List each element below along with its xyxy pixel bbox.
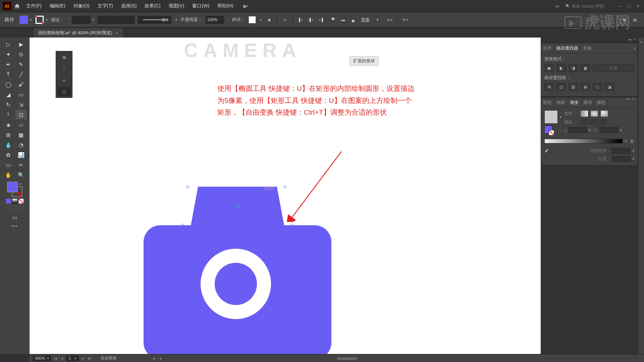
search-box[interactable]: 🔍 (566, 4, 612, 9)
tab-artboards[interactable]: 画板 (556, 100, 565, 106)
color-mode-solid[interactable] (6, 198, 11, 204)
search-input[interactable] (572, 4, 612, 9)
prev-artboard-icon[interactable]: ◂ (60, 356, 64, 361)
home-icon[interactable] (13, 2, 21, 10)
stroke-across-icon[interactable] (599, 119, 606, 125)
transform-label[interactable]: 变换 (361, 17, 370, 23)
mesh-tool[interactable]: ⊞ (3, 130, 14, 139)
grad-opacity-input[interactable] (612, 148, 631, 154)
arrange-docs-icon[interactable]: ▦ ▾ (241, 2, 250, 10)
angle-input[interactable] (568, 127, 587, 133)
fill-color[interactable] (7, 182, 18, 192)
strip-icon-1[interactable]: ▸ (638, 38, 644, 46)
panel-toggle-1-icon[interactable]: ⊞ (620, 15, 629, 24)
rotate-tool[interactable]: ↻ (3, 100, 14, 109)
minus-front-icon[interactable]: ◧ (556, 64, 566, 72)
tab-align[interactable]: 对齐 (543, 45, 552, 51)
grad-position-input[interactable] (612, 156, 631, 162)
swap-colors-icon[interactable]: ⤺ (19, 182, 22, 186)
free-transform-palette[interactable]: ⊠ ⬚ ▱ ⬛ (56, 51, 72, 98)
workspace-icon[interactable]: ▭ (553, 2, 561, 10)
close-icon[interactable]: ✕ (635, 3, 641, 9)
eyedropper-tool[interactable]: 💧 (3, 140, 14, 149)
arrange-1-icon[interactable]: ▭▾ (385, 15, 394, 24)
handle-tl[interactable] (186, 186, 189, 188)
graph-tool[interactable]: 📊 (15, 150, 27, 160)
gradient-radial-icon[interactable] (590, 110, 598, 117)
close-grad-icon[interactable]: ✕ (632, 97, 634, 102)
stroke-in-icon[interactable] (580, 119, 588, 125)
ellipse-tool[interactable]: ◯ (3, 80, 14, 89)
gradient-preview[interactable] (544, 110, 558, 124)
scale-tool[interactable]: ⇲ (15, 100, 27, 109)
expand-shape-button[interactable]: 扩展的形状 (350, 56, 379, 66)
menu-effect[interactable]: 效果(C) (141, 2, 164, 10)
align-hcenter-icon[interactable]: ▪▌▪ (307, 15, 315, 24)
arrange-2-icon[interactable]: ✎▾ (401, 15, 410, 24)
expand-button[interactable]: 扩展 (593, 64, 634, 72)
ft-distort-icon[interactable]: ⬛ (57, 87, 71, 96)
align-bottom-icon[interactable]: ▄ (349, 15, 358, 24)
opacity-input[interactable] (206, 16, 224, 24)
divide-icon[interactable]: ⊞ (544, 83, 554, 91)
exclude-icon[interactable]: ▦ (581, 64, 590, 72)
draw-inside[interactable] (19, 205, 24, 210)
intersect-icon[interactable]: ◨ (569, 64, 578, 72)
zoom-dropdown[interactable]: 400% ▾ (33, 355, 51, 361)
align-vcenter-icon[interactable]: ▬ (339, 15, 347, 24)
tab-pathfinder[interactable]: 路径查找器 (556, 45, 578, 51)
menu-view[interactable]: 视图(V) (165, 2, 188, 10)
camera-lens-inner[interactable] (215, 263, 257, 305)
tab-transform[interactable]: 变换 (583, 45, 592, 51)
stroke-weight-stepper[interactable]: ⌃ ▾ (67, 16, 94, 24)
eyedropper-icon[interactable]: 💉 (544, 148, 549, 153)
shaper-tool[interactable]: ◢ (3, 90, 14, 99)
blend-tool[interactable]: ◔ (15, 140, 27, 149)
recolor-icon[interactable]: ◉ (265, 15, 274, 24)
free-transform-tool[interactable]: ⊡ (15, 110, 27, 119)
isolate-icon[interactable]: ▱◦ (281, 15, 289, 24)
camera-lens-outer[interactable] (201, 249, 271, 319)
panel-menu-icon[interactable]: ≡ (634, 46, 636, 50)
canvas[interactable]: CAMERA ⊠ ⬚ ▱ ⬛ 扩展的形状 使用【椭圆工具 快捷键：U】在矩形的内… (30, 38, 541, 354)
screen-mode-tool[interactable]: ▭ (9, 213, 20, 222)
draw-normal[interactable] (5, 205, 11, 210)
panel-toggle-2-icon[interactable]: ▤ (631, 15, 639, 24)
delete-stop-icon[interactable]: 🗑 (630, 138, 634, 144)
stroke-weight-input[interactable] (72, 16, 91, 24)
menu-window[interactable]: 窗口(W) (189, 2, 213, 10)
collapse-panels-icon[interactable]: ◂◂ (628, 38, 631, 42)
slice-tool[interactable]: ✂ (15, 160, 27, 170)
close-panels-icon[interactable]: ✕ (633, 38, 636, 42)
magic-wand-tool[interactable]: ✦ (3, 50, 14, 59)
draw-behind[interactable] (12, 205, 17, 210)
outline-icon[interactable]: ▢ (593, 83, 602, 91)
selection-tool[interactable]: ▷ (3, 40, 14, 49)
menu-object[interactable]: 对象(O) (70, 2, 93, 10)
first-artboard-icon[interactable]: |◂ (53, 356, 58, 361)
gradient-linear-icon[interactable] (580, 110, 588, 117)
menu-help[interactable]: 帮助(H) (214, 2, 236, 10)
stroke-profile[interactable]: 基本 (138, 16, 171, 24)
tab-close-icon[interactable]: × (116, 31, 118, 36)
fill-swatch[interactable] (19, 15, 28, 24)
stroke-swatch[interactable] (35, 15, 44, 24)
curvature-tool[interactable]: ✎ (15, 60, 27, 69)
align-right-icon[interactable]: ▪▐ (317, 15, 325, 24)
zoom-tool[interactable]: 🔍 (15, 170, 27, 180)
tab-color[interactable]: 颜色 (597, 100, 605, 106)
menu-select[interactable]: 选择(S) (118, 2, 140, 10)
status-play-icon[interactable]: ▸ (152, 356, 156, 361)
trim-icon[interactable]: ◫ (556, 83, 566, 91)
stroke-along-icon[interactable] (590, 119, 597, 125)
camera-shape[interactable]: 路径 (144, 225, 331, 354)
brush-definition[interactable] (98, 16, 135, 24)
eraser-tool[interactable]: ▭ (15, 90, 27, 99)
collapse-grad-icon[interactable]: ◂◂ (626, 97, 630, 102)
type-tool[interactable]: T (3, 70, 14, 79)
merge-icon[interactable]: ▥ (569, 83, 578, 91)
pen-tool[interactable]: ✒ (3, 60, 14, 69)
color-picker[interactable]: ⤺ ▭ ••• (1, 182, 28, 228)
maximize-icon[interactable]: ▢ (625, 3, 632, 9)
lasso-tool[interactable]: ⊙ (15, 50, 27, 59)
